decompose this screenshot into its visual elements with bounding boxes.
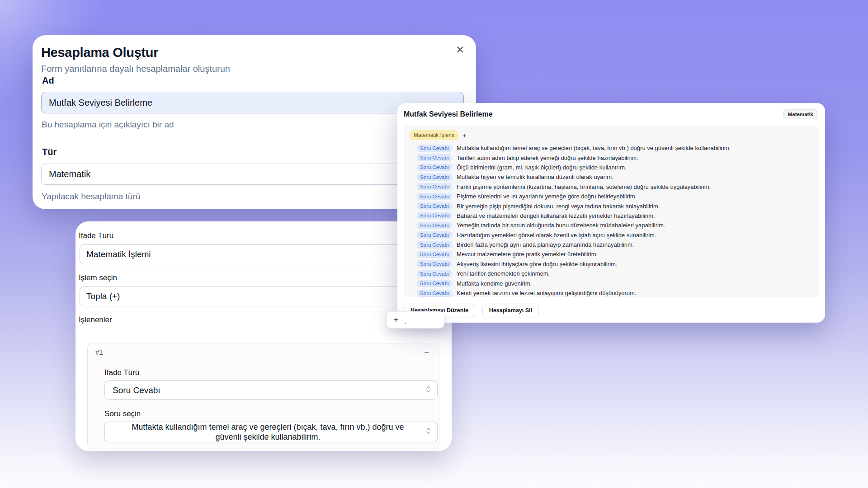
answer-type-badge: Soru Cevabı [417, 280, 452, 287]
operation-value: Topla (+) [86, 291, 120, 301]
calculation-detail-panel: Mutfak Seviyesi Belirleme Matematik Mate… [397, 103, 825, 323]
answer-text: Pişirme sürelerini ve ısı ayarlarını yem… [457, 193, 637, 200]
answer-text: Tarifleri adım adım takip ederek yemeği … [457, 155, 638, 161]
add-operand-button[interactable]: + . [387, 311, 444, 328]
expression-type-label: İfade Türü [79, 231, 113, 240]
answer-type-badge: Soru Cevabı [417, 154, 452, 161]
operand-row: Soru Cevabı Hazırladığım yemekleri görse… [410, 230, 812, 240]
plus-icon[interactable]: + [462, 131, 467, 139]
answer-text: Yemeğin tadında bir sorun olduğunda bunu… [457, 222, 665, 229]
type-field-label: Tür [42, 147, 57, 157]
dialog-subtitle: Form yanıtlarına dayalı hesaplamalar olu… [41, 64, 230, 74]
answer-type-badge: Soru Cevabı [417, 222, 452, 229]
type-field-helper: Yapılacak hesaplama türü [42, 192, 140, 202]
expression-type-value: Matematik İşlemi [86, 249, 151, 259]
operand-row: Soru Cevabı Mutfakta kendime güvenirim. [410, 278, 812, 288]
operand-row: Soru Cevabı Mevcut malzemelere göre prat… [410, 249, 812, 259]
answer-type-badge: Soru Cevabı [417, 270, 452, 277]
answer-text: Farklı pişirme yöntemlerini (kızartma, h… [457, 183, 711, 190]
answer-text: Mutfakta kendime güvenirim. [457, 280, 532, 287]
close-icon[interactable]: ✕ [453, 42, 468, 57]
operands-label: İşlenenler [79, 315, 112, 324]
dialog-title: Hesaplama Oluştur [41, 45, 158, 60]
answer-type-badge: Soru Cevabı [417, 290, 452, 297]
expression-header-row: Matematik İşlemi + [410, 129, 812, 141]
operand-row: Soru Cevabı Farklı pişirme yöntemlerini … [410, 182, 812, 192]
answer-type-badge: Soru Cevabı [417, 241, 452, 249]
calculation-title: Mutfak Seviyesi Belirleme [404, 110, 493, 118]
operand-row: Soru Cevabı Mutfakta kullandığım temel a… [410, 143, 812, 153]
operand-expression-type-select[interactable]: Soru Cevabı [104, 380, 438, 400]
plus-icon: + [393, 315, 399, 325]
expression-dialog: İfade Türü Matematik İşlemi İşlem seçin … [75, 221, 452, 451]
answer-type-badge: Soru Cevabı [417, 231, 452, 239]
calculation-type-badge: Matematik [783, 109, 818, 119]
expression-type-select[interactable]: Matematik İşlemi [80, 244, 444, 264]
answer-text: Yeni tarifler denemekten çekinmem. [457, 270, 550, 277]
chevron-up-down-icon [426, 385, 431, 395]
answer-type-badge: Soru Cevabı [417, 164, 452, 171]
operand-row: Soru Cevabı Birden fazla yemeği aynı and… [410, 240, 812, 249]
answer-type-badge: Soru Cevabı [417, 183, 452, 190]
operand-row: Soru Cevabı Alışveriş listesini ihtiyaçl… [410, 259, 812, 269]
remove-operand-button[interactable]: − [422, 346, 431, 359]
answer-type-badge: Soru Cevabı [417, 212, 452, 219]
answer-text: Hazırladığım yemekleri görsel olarak öze… [457, 232, 656, 239]
operand-rows: Soru Cevabı Mutfakta kullandığım temel a… [410, 143, 812, 298]
answer-text: Mutfakta kullandığım temel araç ve gereç… [457, 145, 731, 151]
question-select[interactable]: Mutfakta kullandığım temel araç ve gereç… [104, 422, 438, 442]
type-select-value: Matematik [49, 169, 90, 179]
answer-text: Ölçü birimlerini (gram, ml, kaşık ölçüle… [457, 164, 627, 171]
answer-text: Alışveriş listesini ihtiyaçlara göre doğ… [457, 261, 617, 267]
operand-row: Soru Cevabı Kendi yemek tarzımı ve lezze… [410, 288, 812, 298]
operation-label: İşlem seçin [79, 273, 117, 282]
answer-text: Birden fazla yemeği aynı anda planlayıp … [457, 241, 634, 248]
dot-text: . [405, 318, 406, 325]
answer-type-badge: Soru Cevabı [417, 174, 452, 181]
answer-text: Mevcut malzemelere göre pratik yemekler … [457, 251, 598, 258]
operand-card: #1 − İfade Türü Soru Cevabı Soru seçin M… [87, 343, 439, 449]
answer-type-badge: Soru Cevabı [417, 193, 452, 200]
answer-text: Bir yemeğin pişip pişmediğini dokusu, re… [457, 203, 660, 210]
expression-type-chip[interactable]: Matematik İşlemi [410, 130, 458, 140]
operation-select[interactable]: Topla (+) [80, 286, 444, 306]
answer-type-badge: Soru Cevabı [417, 202, 452, 210]
operand-row: Soru Cevabı Yemeğin tadında bir sorun ol… [410, 221, 812, 230]
expression-list: Matematik İşlemi + Soru Cevabı Mutfakta … [404, 126, 819, 297]
answer-type-badge: Soru Cevabı [417, 251, 452, 258]
operand-row: Soru Cevabı Baharat ve malzemeleri denge… [410, 211, 812, 221]
question-select-value: Mutfakta kullandığım temel araç ve gereç… [118, 422, 417, 442]
operand-expression-type-value: Soru Cevabı [113, 385, 160, 395]
operand-row: Soru Cevabı Ölçü birimlerini (gram, ml, … [410, 163, 812, 172]
app-background: Hesaplama Oluştur Form yanıtlarına dayal… [0, 0, 868, 488]
name-field-label: Ad [42, 75, 54, 86]
name-field-helper: Bu hesaplama için açıklayıcı bir ad [42, 120, 174, 130]
operand-row: Soru Cevabı Yeni tarifler denemekten çek… [410, 269, 812, 278]
answer-text: Baharat ve malzemeleri dengeli kullanara… [457, 212, 655, 219]
delete-calculation-button[interactable]: Hesaplamayı Sil [482, 304, 539, 317]
operand-row: Soru Cevabı Tarifleri adım adım takip ed… [410, 153, 812, 162]
answer-text: Kendi yemek tarzımı ve lezzet anlayışımı… [457, 290, 636, 296]
answer-type-badge: Soru Cevabı [417, 145, 452, 152]
answer-text: Mutfakta hijyen ve temizlik kurallarına … [457, 174, 613, 180]
operand-row: Soru Cevabı Pişirme sürelerini ve ısı ay… [410, 192, 812, 201]
chevron-up-down-icon [426, 427, 431, 437]
operand-row: Soru Cevabı Bir yemeğin pişip pişmediğin… [410, 201, 812, 211]
question-label: Soru seçin [104, 409, 141, 418]
operand-index: #1 [95, 348, 103, 356]
answer-type-badge: Soru Cevabı [417, 260, 452, 267]
operand-row: Soru Cevabı Mutfakta hijyen ve temizlik … [410, 172, 812, 182]
operand-expression-type-label: İfade Türü [104, 368, 139, 377]
